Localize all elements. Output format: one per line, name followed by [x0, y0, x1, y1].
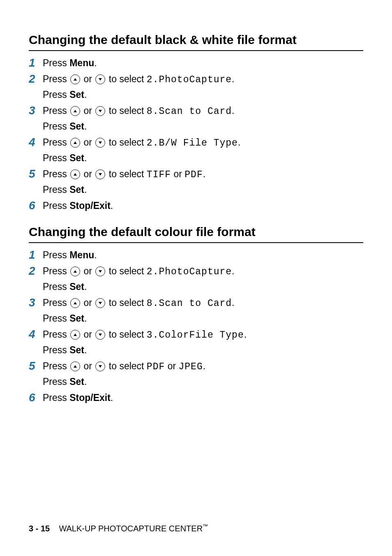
step-number: 1 [29, 56, 43, 70]
text: Press [43, 266, 69, 276]
step-number: 6 [29, 391, 43, 405]
menu-path: 8.Scan to Card [147, 298, 232, 309]
step-row: 5 Press or to select TIFF or PDF. Press … [29, 167, 363, 197]
step-body: Press Stop/Exit. [43, 199, 363, 213]
nav-up-icon [70, 74, 80, 84]
nav-up-icon [70, 361, 80, 371]
text: . [203, 169, 205, 179]
trademark-symbol: ™ [203, 523, 208, 529]
steps-colour: 1 Press Menu. 2 Press or to select 2.Pho… [29, 248, 363, 405]
divider [29, 242, 363, 243]
text: to select [106, 329, 146, 340]
press-set-line: Press Set. [43, 151, 363, 165]
press-set-line: Press Set. [43, 183, 363, 197]
step-row: 4 Press or to select 3.ColorFile Type. P… [29, 327, 363, 357]
text: Press [43, 361, 69, 371]
step-row: 5 Press or to select PDF or JPEG. Press … [29, 359, 363, 389]
press-set-line: Press Set. [43, 119, 363, 134]
menu-path: 2.B/W File Type [147, 138, 238, 148]
menu-label: Menu [69, 250, 94, 260]
steps-bw: 1 Press Menu. 2 Press or to select 2.Pho… [29, 56, 363, 213]
text: or [81, 297, 95, 308]
text: Press [43, 184, 69, 195]
text: or [81, 137, 95, 148]
step-number: 3 [29, 296, 43, 310]
section-heading-bw: Changing the default black & white file … [29, 33, 363, 47]
text: Press [43, 58, 69, 68]
step-body: Press or to select 3.ColorFile Type. Pre… [43, 327, 363, 357]
option: PDF [184, 169, 203, 180]
step-body: Press or to select 2.PhotoCapture. Press… [43, 264, 363, 294]
step-number: 4 [29, 327, 43, 341]
text: Press [43, 376, 69, 387]
nav-down-icon [95, 169, 105, 179]
step-number: 6 [29, 199, 43, 213]
text: . [84, 184, 87, 195]
text: to select [106, 137, 146, 148]
menu-path: 2.PhotoCapture [147, 74, 232, 85]
nav-down-icon [95, 266, 105, 276]
text: . [232, 297, 234, 308]
text: . [232, 105, 234, 116]
step-row: 3 Press or to select 8.Scan to Card. Pre… [29, 104, 363, 134]
text: Press [43, 89, 69, 100]
text: Press [43, 137, 69, 148]
nav-down-icon [95, 298, 105, 308]
step-number: 2 [29, 264, 43, 278]
text: to select [106, 74, 146, 84]
text: to select [106, 297, 146, 308]
press-set-line: Press Set. [43, 311, 363, 326]
step-body: Press or to select 8.Scan to Card. Press… [43, 296, 363, 326]
step-number: 3 [29, 104, 43, 118]
step-number: 5 [29, 167, 43, 181]
set-label: Set [69, 313, 84, 324]
text: . [84, 89, 87, 100]
text: Press [43, 105, 69, 116]
text: to select [106, 105, 146, 116]
text: . [203, 361, 205, 371]
step-body: Press or to select 2.PhotoCapture. Press… [43, 72, 363, 102]
nav-up-icon [70, 330, 80, 340]
text: Press [43, 345, 69, 355]
nav-down-icon [95, 74, 105, 84]
menu-label: Menu [69, 58, 94, 68]
text: or [81, 266, 95, 276]
text: . [244, 329, 247, 340]
text: . [94, 58, 97, 68]
nav-up-icon [70, 169, 80, 179]
text: to select [106, 361, 146, 371]
text: . [84, 376, 87, 387]
press-set-line: Press Set. [43, 343, 363, 357]
step-row: 2 Press or to select 2.PhotoCapture. Pre… [29, 72, 363, 102]
menu-path: 3.ColorFile Type [147, 330, 244, 341]
step-row: 4 Press or to select 2.B/W File Type. Pr… [29, 135, 363, 165]
set-label: Set [69, 184, 84, 195]
step-body: Press or to select 8.Scan to Card. Press… [43, 104, 363, 134]
text: or [81, 361, 95, 371]
text: or [81, 329, 95, 340]
text: . [84, 313, 87, 324]
text: Press [43, 200, 69, 211]
nav-down-icon [95, 330, 105, 340]
stopexit-label: Stop/Exit [69, 200, 111, 211]
text: or [81, 105, 95, 116]
step-row: 1 Press Menu. [29, 248, 363, 262]
divider [29, 50, 363, 51]
nav-up-icon [70, 138, 80, 148]
menu-path: 8.Scan to Card [147, 106, 232, 117]
nav-up-icon [70, 298, 80, 308]
text: . [111, 200, 113, 211]
text: Press [43, 74, 69, 84]
nav-up-icon [70, 106, 80, 116]
footer-title: WALK-UP PHOTOCAPTURE CENTER [59, 524, 203, 533]
nav-down-icon [95, 361, 105, 371]
text: . [84, 281, 87, 292]
text: or [165, 361, 178, 371]
text: . [111, 392, 113, 403]
text: . [94, 250, 97, 260]
press-set-line: Press Set. [43, 88, 363, 102]
page-footer: 3 - 15 WALK-UP PHOTOCAPTURE CENTER™ [29, 523, 208, 533]
text: . [238, 137, 240, 148]
nav-down-icon [95, 106, 105, 116]
press-set-line: Press Set. [43, 375, 363, 389]
